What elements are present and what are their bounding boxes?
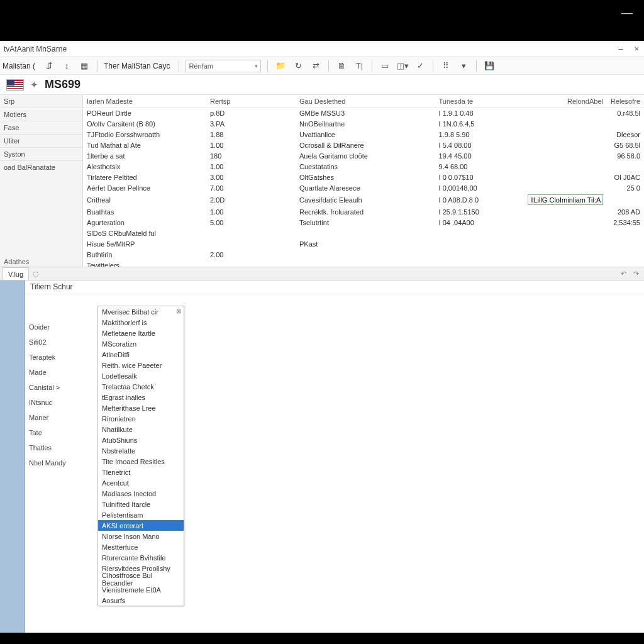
toolbar-refresh-icon[interactable]: ↻ <box>292 60 304 72</box>
detail-sidebar-item[interactable]: Nhel Mandy <box>28 455 68 470</box>
flag-icon-us <box>6 79 24 91</box>
data-grid-cell: 3.PA <box>206 118 296 129</box>
data-grid-cell <box>296 228 435 238</box>
data-grid-row[interactable]: O/oltv Carsitent (B 80)3.PANnOBeilnartne… <box>83 118 644 129</box>
data-grid-row[interactable]: Buthtirin2.00 <box>83 249 644 260</box>
data-grid-cell: 5.00 <box>206 217 296 228</box>
toolbar-action-icon[interactable]: ⇵ <box>43 60 55 72</box>
popup-list-item[interactable]: Maktithorlerf is <box>98 317 184 328</box>
popup-list-item[interactable]: AtubShiuns <box>98 435 184 445</box>
window-close-button[interactable]: × <box>634 44 639 53</box>
toolbar-grid-icon[interactable]: ▦ <box>78 60 91 72</box>
data-grid-row[interactable]: Alesthotsix1.00Cuestatatins9.4 68.00 <box>83 161 644 172</box>
toolbar-chart-icon[interactable]: ▭ <box>379 60 391 72</box>
popup-list-item[interactable]: Trelactaa Chetck <box>98 381 184 392</box>
col-header[interactable]: Tunesda te <box>435 95 524 108</box>
data-grid: Iarlen Madeste Rertsp Gau Deslethed Tune… <box>83 95 644 267</box>
toolbar-layout-icon[interactable]: ◫▾ <box>396 60 409 72</box>
toolbar-more-icon[interactable]: ▾ <box>457 60 470 72</box>
popup-list-item[interactable]: tEgrast inalies <box>98 392 184 402</box>
col-header[interactable]: Rertsp <box>206 95 296 108</box>
data-grid-row[interactable]: Tirlatere Peltited3.00OltGatshesI 0 0.07… <box>83 172 644 182</box>
data-grid-row[interactable]: Tewittelers <box>83 260 644 267</box>
detail-sidebar-item[interactable]: INtsnuc <box>28 395 68 410</box>
detail-sidebar-item[interactable]: Thatles <box>28 440 68 455</box>
detail-sidebar-item[interactable]: Made <box>28 365 68 380</box>
toolbar-save-icon[interactable]: 💾 <box>483 60 496 72</box>
sidenav-item[interactable]: Fase <box>0 121 82 134</box>
popup-list-item[interactable]: AKSI enterart <box>98 520 184 531</box>
data-grid-row[interactable]: Agurteration5.00TselutrtintI 04 .04A002,… <box>83 217 644 228</box>
window-minimize-button[interactable]: – <box>618 44 623 53</box>
detail-sidebar-item[interactable]: Canistal > <box>28 380 68 395</box>
data-grid-row[interactable]: 1lterbe a sat180Auela Garitamo cloöte19.… <box>83 150 644 161</box>
sidenav-item[interactable]: Uliter <box>0 134 82 147</box>
popup-list-item[interactable]: Mverisec Bitbat cir <box>98 306 184 317</box>
popup-list-item[interactable]: Nbstrelatte <box>98 445 184 456</box>
popup-list-item[interactable]: Mestterfuce <box>98 541 184 552</box>
sidenav-item[interactable]: Srp <box>0 95 82 108</box>
popup-list-item[interactable]: AtlneDitfi <box>98 349 184 360</box>
popup-list-item[interactable]: Tlenetrict <box>98 467 184 477</box>
tab-nav-next-icon[interactable]: ↷ <box>630 268 641 279</box>
toolbar-sort-icon[interactable]: ↕ <box>60 60 73 72</box>
data-grid-row[interactable]: POReurl Dirtlep.8DGMBe MSSU3I 1.9.1 0.48… <box>83 108 644 118</box>
sidenav-item[interactable]: oad BalRanatate <box>0 160 82 174</box>
sidenav-item[interactable]: Motiers <box>0 108 82 121</box>
tab-active[interactable]: V.lug <box>3 267 29 280</box>
data-grid-cell <box>524 249 607 260</box>
col-header[interactable]: Gau Deslethed <box>296 95 435 108</box>
toolbar-text-icon[interactable]: T| <box>353 60 365 72</box>
data-grid-cell <box>524 172 607 182</box>
data-grid-cell: PKast <box>296 238 435 249</box>
toolbar-link-icon[interactable]: ⇄ <box>309 60 322 72</box>
popup-list-item[interactable]: Mefletaene Itartle <box>98 328 184 338</box>
popup-list-item[interactable]: Reith. wice Paeeter <box>98 360 184 370</box>
popup-list-item[interactable]: Rturercante Bvihstile <box>98 552 184 563</box>
popup-list-item[interactable]: Mefterithase Lree <box>98 402 184 413</box>
data-grid-row[interactable]: Critheal2.0DCavesifdatic EleaulhI 0 A08.… <box>83 193 644 206</box>
popup-list-item[interactable]: Pelistentisam <box>98 509 184 520</box>
popup-list-item[interactable]: Tite Imoaed Resities <box>98 456 184 467</box>
popup-list-item[interactable]: MScoratizn <box>98 338 184 349</box>
data-grid-row[interactable]: Aérfet Dacer Pellnce7.00Quartlate Alares… <box>83 182 644 193</box>
toolbar-filter-dropdown[interactable]: Rénfam <box>186 60 261 72</box>
grid-inline-input[interactable] <box>528 194 603 205</box>
data-grid-row[interactable]: Buathtas1.00Recréktk. froluaratedI 25.9.… <box>83 206 644 217</box>
data-grid-cell: Uvattianlice <box>296 129 435 140</box>
data-grid-cell: I 1N.0.6.4,5 <box>435 118 524 129</box>
data-grid-cell <box>524 129 607 140</box>
popup-list-item[interactable]: Nhatiikute <box>98 424 184 435</box>
toolbar-folder-icon[interactable]: 📁 <box>274 60 287 72</box>
detail-sidebar-item[interactable]: Maner <box>28 410 68 425</box>
data-grid-row[interactable]: TJFtodio Eorsshwroatth1.88Uvattianlice1.… <box>83 129 644 140</box>
tab-nav-prev-icon[interactable]: ↶ <box>618 268 629 279</box>
detail-sidebar-item[interactable]: Ooider <box>28 319 68 335</box>
col-header[interactable]: Relesofre <box>607 95 644 108</box>
data-grid-row[interactable]: Hisue 5e/MltRPPKast <box>83 238 644 249</box>
data-grid-cell <box>524 206 607 217</box>
toolbar-check-icon[interactable]: ✓ <box>414 60 426 72</box>
col-header[interactable]: RelondAbel <box>524 95 607 108</box>
tab-settings-icon[interactable]: ◌ <box>30 268 42 279</box>
data-grid-cell <box>524 228 607 238</box>
popup-list-item[interactable]: Aosurfs <box>98 595 184 606</box>
popup-list-item[interactable]: Rironietren <box>98 413 184 424</box>
popup-list-item[interactable]: Lodetlesalk <box>98 370 184 381</box>
detail-sidebar-item[interactable]: Teraptek <box>28 350 68 365</box>
popup-list-item[interactable]: Acentcut <box>98 477 184 488</box>
toolbar-doc-icon[interactable]: 🗎 <box>335 60 348 72</box>
detail-sidebar-item[interactable]: Sifi02 <box>28 335 68 350</box>
data-grid-row[interactable]: SlDoS CRbuMateld ful <box>83 228 644 238</box>
sidenav-item[interactable]: Syston <box>0 147 82 160</box>
popup-list-item[interactable]: Clhostfrosce Bul Becandler <box>98 574 184 584</box>
data-grid-row[interactable]: Tud Mathat al Ate1.00Ocrosall & DilRaner… <box>83 140 644 150</box>
popup-list-item[interactable]: Madiases Inectod <box>98 488 184 499</box>
col-header[interactable]: Iarlen Madeste <box>83 95 206 108</box>
toolbar-share-icon[interactable]: ⠿ <box>440 60 452 72</box>
app-window: tvAtAanit MnSarne – × Malistan ( ⇵ ↕ ▦ T… <box>0 41 644 631</box>
popup-list-item[interactable]: Nlorse lnson Mano <box>98 531 184 541</box>
popup-close-icon[interactable]: ⊠ <box>176 308 181 314</box>
detail-sidebar-item[interactable]: Tate <box>28 425 68 440</box>
popup-list-item[interactable]: Tulnifited Itarcle <box>98 499 184 509</box>
